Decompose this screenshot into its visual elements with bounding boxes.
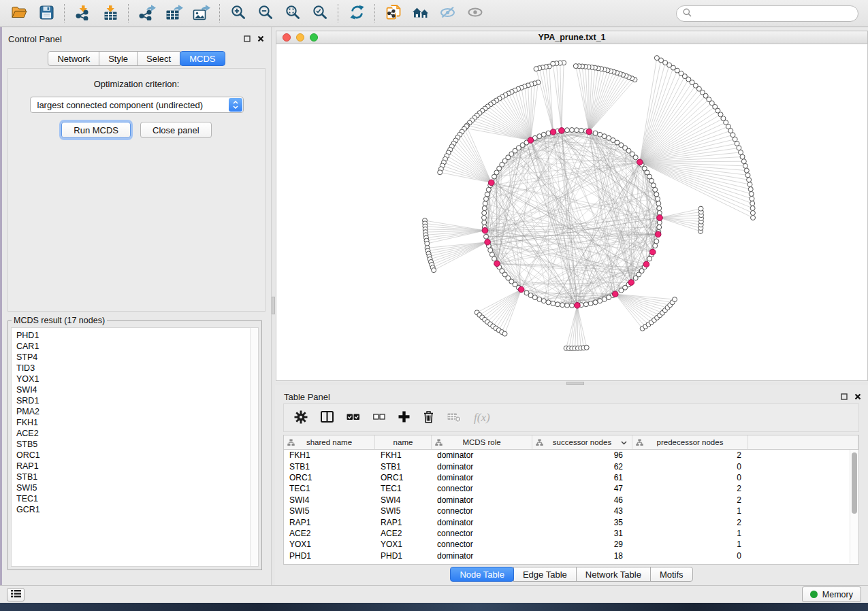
network-node[interactable] xyxy=(524,291,529,295)
network-node[interactable] xyxy=(747,178,752,182)
network-node[interactable] xyxy=(551,61,556,66)
network-node[interactable] xyxy=(541,299,546,303)
network-node[interactable] xyxy=(751,216,756,220)
table-row[interactable]: FKH1FKH1dominator962 xyxy=(284,450,858,461)
network-node[interactable] xyxy=(551,301,556,306)
network-node[interactable] xyxy=(651,183,656,188)
delete-table-button[interactable] xyxy=(447,409,461,427)
first-neighbors-button[interactable] xyxy=(407,2,434,25)
close-panel-button[interactable]: Close panel xyxy=(140,122,212,138)
mcds-node[interactable] xyxy=(575,303,581,309)
mcds-node[interactable] xyxy=(628,280,634,286)
table-row[interactable]: STB1STB1dominator620 xyxy=(284,461,858,472)
network-node[interactable] xyxy=(649,178,654,183)
show-all-button[interactable] xyxy=(462,2,489,25)
network-node[interactable] xyxy=(748,182,752,187)
close-panel-icon-button[interactable] xyxy=(854,393,862,401)
network-node[interactable] xyxy=(570,303,575,308)
table-row[interactable]: SWI5SWI5connector431 xyxy=(284,506,858,516)
table-row[interactable]: PHD1PHD1dominator180 xyxy=(284,550,858,561)
network-node[interactable] xyxy=(432,268,436,273)
network-node[interactable] xyxy=(541,132,546,137)
network-node[interactable] xyxy=(748,187,753,192)
table-row[interactable]: ORC1ORC1dominator610 xyxy=(284,472,858,483)
network-node[interactable] xyxy=(485,192,489,197)
tab-style[interactable]: Style xyxy=(99,51,138,66)
float-panel-button[interactable] xyxy=(243,35,251,43)
network-node[interactable] xyxy=(484,197,489,201)
network-node[interactable] xyxy=(657,206,662,211)
network-node[interactable] xyxy=(570,128,575,133)
refresh-view-button[interactable] xyxy=(343,2,370,25)
tab-motifs[interactable]: Motifs xyxy=(650,567,693,582)
mcds-node[interactable] xyxy=(559,128,565,134)
network-node[interactable] xyxy=(657,225,662,229)
criterion-dropdown[interactable]: largest connected component (undirected) xyxy=(30,97,244,113)
tab-select[interactable]: Select xyxy=(137,51,180,66)
column-header-name[interactable]: name xyxy=(375,435,432,449)
network-node[interactable] xyxy=(633,155,638,160)
network-node[interactable] xyxy=(486,187,491,192)
network-node[interactable] xyxy=(656,201,661,206)
network-node[interactable] xyxy=(565,303,570,308)
mcds-node[interactable] xyxy=(612,291,618,297)
network-node[interactable] xyxy=(502,331,507,336)
network-node[interactable] xyxy=(656,197,660,201)
network-node[interactable] xyxy=(607,295,611,300)
clone-network-button[interactable] xyxy=(380,2,407,25)
network-node[interactable] xyxy=(593,300,598,305)
mcds-result-item[interactable]: PMA2 xyxy=(16,406,258,417)
save-session-button[interactable] xyxy=(33,2,60,25)
table-row[interactable]: RAP1RAP1dominator352 xyxy=(284,516,858,527)
tab-network[interactable]: Network xyxy=(48,51,99,66)
column-header-successor-nodes[interactable]: successor nodes xyxy=(532,435,632,449)
mcds-result-item[interactable]: TID3 xyxy=(16,363,258,374)
table-scrollbar[interactable] xyxy=(850,450,858,563)
float-panel-button[interactable] xyxy=(840,393,848,401)
mcds-node[interactable] xyxy=(518,286,524,293)
table-settings-button[interactable] xyxy=(294,409,308,427)
network-node[interactable] xyxy=(743,163,748,168)
table-row[interactable]: TEC1TEC1connector472 xyxy=(284,483,858,494)
mcds-node[interactable] xyxy=(494,261,500,267)
mcds-result-item[interactable]: CAR1 xyxy=(16,341,258,352)
network-node[interactable] xyxy=(484,234,489,239)
table-row[interactable]: SWI4SWI4dominator462 xyxy=(284,495,858,506)
network-node[interactable] xyxy=(737,146,741,150)
mcds-node[interactable] xyxy=(657,215,663,221)
network-node[interactable] xyxy=(750,206,755,211)
network-node[interactable] xyxy=(741,159,746,164)
mcds-node[interactable] xyxy=(489,180,495,186)
scrollbar-thumb[interactable] xyxy=(852,452,857,514)
network-node[interactable] xyxy=(698,206,703,211)
network-node[interactable] xyxy=(575,128,579,133)
mcds-result-item[interactable]: RAP1 xyxy=(16,461,258,472)
add-column-button[interactable] xyxy=(398,409,410,427)
mcds-node[interactable] xyxy=(482,228,488,234)
run-mcds-button[interactable]: Run MCDS xyxy=(61,122,131,138)
network-node[interactable] xyxy=(588,301,593,306)
column-header-MCDS-role[interactable]: MCDS role xyxy=(432,435,532,449)
network-node[interactable] xyxy=(749,192,754,197)
export-network-button[interactable] xyxy=(133,2,161,25)
zoom-fit-button[interactable] xyxy=(279,2,306,25)
mcds-node[interactable] xyxy=(550,129,556,135)
delete-column-button[interactable] xyxy=(423,409,434,427)
network-node[interactable] xyxy=(565,128,570,133)
network-node[interactable] xyxy=(654,192,659,197)
tab-network-table[interactable]: Network Table xyxy=(576,567,651,582)
network-node[interactable] xyxy=(619,288,624,293)
mcds-result-item[interactable]: STB1 xyxy=(16,472,258,482)
mcds-node[interactable] xyxy=(528,137,534,144)
result-list-scrollbar[interactable] xyxy=(250,328,258,566)
network-node[interactable] xyxy=(573,64,578,69)
network-node[interactable] xyxy=(654,56,659,61)
export-image-button[interactable] xyxy=(188,2,215,25)
network-node[interactable] xyxy=(579,128,583,133)
deselect-all-button[interactable] xyxy=(373,409,385,427)
mcds-result-item[interactable]: TEC1 xyxy=(16,493,258,504)
network-node[interactable] xyxy=(740,154,745,159)
network-node[interactable] xyxy=(489,252,494,257)
show-column-panel-button[interactable] xyxy=(321,409,334,427)
network-node[interactable] xyxy=(546,300,551,305)
